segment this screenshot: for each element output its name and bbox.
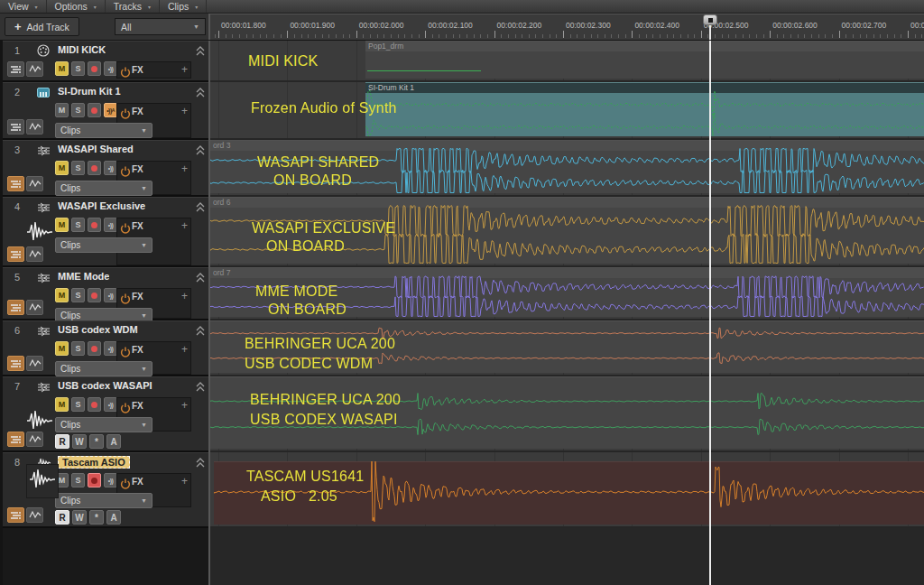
expand-track-button[interactable] [196, 456, 205, 472]
input-echo-button[interactable]: •)) [104, 288, 117, 302]
automation-read-button[interactable]: R [55, 434, 69, 449]
expand-track-button[interactable] [196, 200, 205, 217]
clips-dropdown[interactable]: Clips▼ [55, 237, 152, 253]
track-strip-4[interactable]: 4WASAPI ExclusiveMS•))FX+Clips▼ [3, 197, 208, 267]
solo-button[interactable]: S [71, 288, 85, 302]
track-name[interactable]: USB codex WASAPI [58, 380, 152, 391]
automation-a-button[interactable]: A [106, 510, 121, 525]
clips-dropdown[interactable]: Clips▼ [55, 123, 152, 138]
mute-button[interactable]: M [55, 288, 69, 302]
input-echo-button[interactable]: •))A [104, 103, 117, 117]
input-echo-button[interactable]: •)) [104, 397, 117, 412]
fx-power-button[interactable] [120, 221, 131, 237]
fx-power-button[interactable] [120, 477, 131, 493]
track-layers-button[interactable] [7, 507, 24, 523]
record-arm-button[interactable] [88, 397, 101, 412]
clips-dropdown[interactable]: Clips▼ [55, 181, 152, 196]
solo-button[interactable]: S [71, 341, 85, 356]
fx-power-button[interactable] [120, 164, 131, 181]
add-track-button[interactable]: + Add Track [5, 17, 79, 36]
clip-row-3[interactable]: ord 3WASAPI SHAREDON BOARD [210, 140, 924, 197]
mute-button[interactable]: M [55, 218, 69, 232]
solo-button[interactable]: S [71, 397, 85, 412]
track-name[interactable]: SI-Drum Kit 1 [58, 86, 121, 97]
expand-track-button[interactable] [196, 44, 205, 60]
solo-button[interactable]: S [71, 61, 85, 76]
track-strip-7[interactable]: 7USB codex WASAPIMS•))FX+Clips▼RW*A [3, 376, 208, 452]
clip-row-2[interactable]: SI-Drum Kit 1Frozen Audio of Synth [210, 82, 924, 140]
track-layers-button[interactable] [7, 176, 24, 191]
automation-read-button[interactable]: R [55, 510, 69, 525]
track-strip-1[interactable]: 1MIDI KICKMS•))FX+ [3, 41, 208, 82]
input-echo-button[interactable]: •)) [104, 61, 117, 76]
record-arm-button[interactable] [88, 288, 101, 302]
expand-track-button[interactable] [196, 324, 205, 340]
clip-row-8[interactable]: TASCAM US1641ASIO 2.05 [210, 452, 924, 528]
add-fx-button[interactable]: + [181, 219, 188, 232]
record-arm-button[interactable] [88, 473, 101, 488]
track-layers-button[interactable] [7, 61, 24, 77]
playhead-line[interactable] [709, 41, 711, 585]
automation-lane-button[interactable] [26, 356, 43, 371]
automation-lane-button[interactable] [26, 119, 43, 135]
track-name[interactable]: USB codex WDM [58, 324, 138, 335]
clips-dropdown[interactable]: Clips▼ [55, 417, 152, 432]
track-strip-3[interactable]: 3WASAPI SharedMS•))FX+Clips▼ [3, 140, 208, 197]
record-arm-button[interactable] [88, 218, 101, 232]
solo-button[interactable]: S [71, 218, 85, 232]
add-fx-button[interactable]: + [181, 343, 188, 356]
mute-button[interactable]: M [55, 103, 69, 117]
fx-power-button[interactable] [120, 292, 131, 308]
midi-clip[interactable]: Pop1_drm [365, 41, 924, 79]
automation-offset-button[interactable]: * [89, 510, 104, 525]
mute-button[interactable]: M [55, 397, 69, 412]
track-strip-8[interactable]: 8Tascam ASIOMS•))FX+Clips▼RW*A [3, 452, 208, 528]
automation-write-button[interactable]: W [72, 510, 87, 525]
track-name[interactable]: Tascam ASIO [58, 456, 130, 469]
input-echo-button[interactable]: •)) [104, 473, 117, 488]
track-name[interactable]: MME Mode [58, 271, 109, 282]
fx-power-button[interactable] [120, 345, 131, 361]
track-filter-dropdown[interactable]: All ▼ [115, 18, 206, 35]
menu-item-clips[interactable]: Clips▾ [160, 0, 207, 13]
record-arm-button[interactable] [88, 161, 101, 175]
track-layers-button[interactable] [7, 300, 24, 315]
audio-clip[interactable]: SI-Drum Kit 1 [365, 82, 924, 136]
input-echo-button[interactable]: •)) [104, 218, 117, 232]
track-layers-button[interactable] [7, 246, 24, 262]
track-layers-button[interactable] [7, 119, 24, 135]
automation-write-button[interactable]: W [72, 434, 87, 449]
menu-item-view[interactable]: View▾ [0, 0, 47, 13]
track-name[interactable]: WASAPI Exclusive [58, 200, 145, 211]
track-layers-button[interactable] [7, 356, 24, 371]
add-fx-button[interactable]: + [181, 105, 188, 117]
expand-track-button[interactable] [196, 144, 205, 160]
playhead-handle[interactable] [703, 14, 717, 25]
input-echo-button[interactable]: •)) [104, 161, 117, 175]
solo-button[interactable]: S [71, 103, 85, 117]
add-fx-button[interactable]: + [181, 399, 188, 412]
clips-dropdown[interactable]: Clips▼ [55, 361, 152, 376]
mute-button[interactable]: M [55, 341, 69, 356]
clips-dropdown[interactable]: Clips▼ [55, 493, 152, 508]
clip-row-4[interactable]: ord 6WASAPI EXCLUSIVEON BOARD [210, 197, 924, 267]
expand-track-button[interactable] [196, 86, 205, 102]
mute-button[interactable]: M [55, 161, 69, 175]
expand-track-button[interactable] [196, 271, 205, 287]
fx-power-button[interactable] [120, 401, 131, 417]
solo-button[interactable]: S [71, 473, 85, 488]
add-fx-button[interactable]: + [181, 63, 188, 76]
clip-row-7[interactable]: BEHRINGER UCA 200USB CODEX WASAPI [210, 376, 924, 452]
menu-item-tracks[interactable]: Tracks▾ [106, 0, 160, 13]
add-fx-button[interactable]: + [181, 290, 188, 302]
track-strip-5[interactable]: 5MME ModeMS•))FX+Clips▼ [3, 267, 208, 320]
fx-power-button[interactable] [120, 65, 131, 81]
track-layers-button[interactable] [7, 432, 24, 447]
automation-offset-button[interactable]: * [89, 434, 104, 449]
automation-lane-button[interactable] [26, 176, 43, 191]
clip-row-1[interactable]: Pop1_drmMIDI KICK [210, 41, 924, 82]
menu-item-options[interactable]: Options▾ [47, 0, 106, 13]
track-strip-6[interactable]: 6USB codex WDMMS•))FX+Clips▼ [3, 320, 208, 376]
automation-a-button[interactable]: A [106, 434, 121, 449]
automation-lane-button[interactable] [26, 246, 43, 262]
